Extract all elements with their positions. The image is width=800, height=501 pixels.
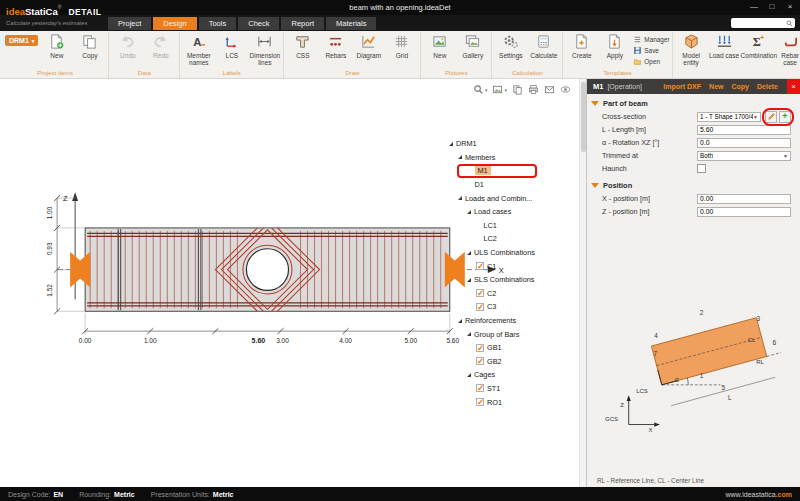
rotation-input[interactable] [697, 138, 791, 148]
tree-item-drm1[interactable]: DRM1 [447, 137, 565, 151]
expanded-icon[interactable] [467, 251, 471, 255]
tree-item-lc2[interactable]: LC2 [447, 232, 565, 246]
length-input[interactable] [697, 125, 791, 135]
add-cross-section-button[interactable]: + [779, 111, 791, 123]
tab-tools[interactable]: Tools [199, 17, 237, 30]
ribbon-item-manager[interactable]: Manager [633, 34, 669, 45]
visibility-checkbox[interactable]: ✓ [476, 357, 484, 365]
ribbon-item-combination[interactable]: Σ+Combination [741, 32, 774, 59]
tab-materials[interactable]: Materials [326, 17, 376, 30]
tree-item-c1[interactable]: ✓C1 [447, 259, 565, 273]
trimmed-select[interactable]: Both ▼ [697, 151, 791, 161]
visibility-checkbox[interactable]: ✓ [476, 344, 484, 352]
scrollbar-thumb[interactable] [581, 82, 586, 152]
expanded-icon[interactable] [458, 196, 462, 200]
tree-item-load-cases[interactable]: Load cases [447, 205, 565, 219]
copy-icon[interactable] [512, 84, 523, 95]
ribbon-item-new[interactable]: New [40, 32, 73, 59]
z-position-input[interactable] [697, 207, 791, 217]
ribbon-item-gallery[interactable]: Gallery [456, 32, 489, 59]
expanded-icon[interactable] [458, 155, 462, 159]
visibility-checkbox[interactable]: ✓ [476, 384, 484, 392]
tree-item-reinforcements[interactable]: Reinforcements [447, 314, 565, 328]
tree-item-cages[interactable]: Cages [447, 368, 565, 382]
diagram-caption: RL - Reference Line, CL - Center Line [591, 475, 794, 487]
tree-item-group-of-bars[interactable]: Group of Bars [447, 327, 565, 341]
svg-text:α: α [675, 376, 679, 383]
project-item-select[interactable]: DRM1▾ [5, 35, 38, 46]
edit-cross-section-button[interactable] [765, 111, 777, 123]
ribbon-item-lcs[interactable]: LCS [215, 32, 248, 59]
ribbon-item-copy[interactable]: Copy [73, 32, 106, 59]
printer-icon[interactable] [528, 84, 539, 95]
ribbon-group-templates: CreateApplyManagerSaveOpenTemplates [563, 32, 672, 78]
eye-icon[interactable] [560, 84, 571, 95]
picture-icon[interactable]: ▾ [492, 84, 507, 95]
import-dxf-button[interactable]: Import DXF [663, 83, 701, 90]
ribbon-item-dimension-lines[interactable]: Dimension lines [248, 32, 281, 66]
tab-report[interactable]: Report [281, 17, 324, 30]
ribbon-item-save[interactable]: Save [633, 45, 669, 56]
search-input[interactable] [733, 19, 786, 27]
ribbon-item-apply[interactable]: Apply [598, 32, 631, 59]
expanded-icon[interactable] [467, 278, 471, 282]
expanded-icon[interactable] [458, 319, 462, 323]
ribbon-item-calculate[interactable]: Calculate [527, 32, 560, 59]
visibility-checkbox[interactable]: ✓ [476, 289, 484, 297]
tree-item-gb1[interactable]: ✓GB1 [447, 341, 565, 355]
expanded-icon[interactable] [467, 332, 471, 336]
close-icon[interactable]: × [785, 1, 795, 13]
tree-item-st1[interactable]: ✓ST1 [447, 382, 565, 396]
visibility-checkbox[interactable]: ✓ [476, 262, 484, 270]
search-box[interactable] [731, 18, 795, 28]
x-position-input[interactable] [697, 194, 791, 204]
cross-section-select[interactable]: 1 - T Shape 1700/450 ▼ [697, 112, 761, 122]
canvas-scrollbar[interactable] [579, 79, 586, 487]
tree-item-members[interactable]: Members [447, 151, 565, 165]
ribbon-item-create[interactable]: Create [565, 32, 598, 59]
drawing-canvas[interactable]: ▾▾ Z X [0, 79, 579, 487]
ribbon-item-settings[interactable]: Settings [494, 32, 527, 59]
expanded-icon[interactable] [449, 142, 453, 146]
tree-item-c3[interactable]: ✓C3 [447, 300, 565, 314]
ribbon-item-rebar-case[interactable]: Rebar case [774, 32, 800, 66]
tree-item-lc1[interactable]: LC1 [447, 219, 565, 233]
section-expander-icon[interactable] [591, 101, 599, 106]
tab-design[interactable]: Design [153, 17, 196, 30]
ribbon-item-css[interactable]: CSS [286, 32, 319, 59]
opening-circle[interactable] [243, 245, 292, 294]
ribbon-item-diagram[interactable]: Diagram [352, 32, 385, 59]
tree-item-loads-and-combin[interactable]: Loads and Combin... [447, 191, 565, 205]
tab-check[interactable]: Check [238, 17, 279, 30]
haunch-checkbox[interactable] [697, 164, 706, 173]
maximize-icon[interactable]: □ [767, 1, 777, 13]
visibility-checkbox[interactable]: ✓ [476, 303, 484, 311]
expanded-icon[interactable] [467, 210, 471, 214]
ribbon-item-open[interactable]: Open [633, 56, 669, 67]
visibility-checkbox[interactable]: ✓ [476, 398, 484, 406]
panel-close-button[interactable]: × [787, 79, 800, 94]
tree-item-m1[interactable]: M1 [447, 164, 565, 178]
delete-button[interactable]: Delete [757, 83, 778, 90]
ribbon-item-member-names[interactable]: AMember names [182, 32, 215, 66]
new-button[interactable]: New [709, 83, 723, 90]
expanded-icon[interactable] [467, 373, 471, 377]
zoom-icon[interactable]: ▾ [473, 84, 488, 95]
copy-button[interactable]: Copy [731, 83, 749, 90]
tab-project[interactable]: Project [108, 17, 151, 30]
minimize-icon[interactable]: — [749, 1, 759, 13]
tree-item-c2[interactable]: ✓C2 [447, 287, 565, 301]
ribbon-item-load-case[interactable]: Load case [708, 32, 741, 59]
ribbon-item-model-entity[interactable]: Model entity [675, 32, 708, 66]
section-expander-icon[interactable] [591, 183, 599, 188]
website-link[interactable]: www.ideastatica.com [725, 491, 792, 498]
ribbon-item-rebars[interactable]: Rebars [319, 32, 352, 59]
tree-item-ro1[interactable]: ✓RO1 [447, 395, 565, 409]
tree-item-d1[interactable]: D1 [447, 178, 565, 192]
ribbon-item-new[interactable]: New [423, 32, 456, 59]
ribbon-item-grid[interactable]: Grid [385, 32, 418, 59]
mail-icon[interactable] [544, 84, 555, 95]
tree-item-sls-combinations[interactable]: SLS Combinations [447, 273, 565, 287]
tree-item-gb2[interactable]: ✓GB2 [447, 355, 565, 369]
tree-item-uls-combinations[interactable]: ULS Combinations [447, 246, 565, 260]
